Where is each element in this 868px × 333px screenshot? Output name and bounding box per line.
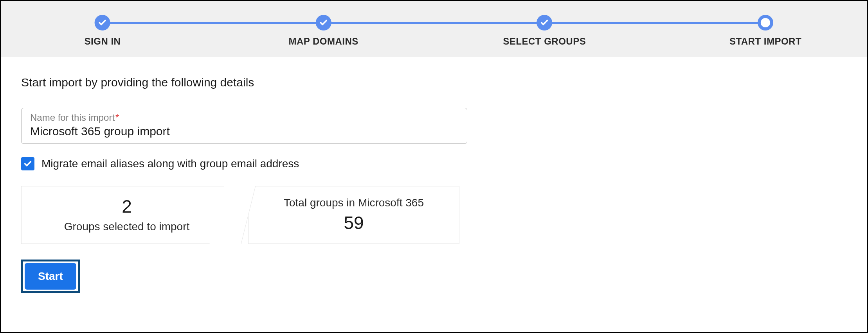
check-icon xyxy=(537,15,552,30)
stat-selected-label: Groups selected to import xyxy=(25,220,228,234)
step-label: SELECT GROUPS xyxy=(503,36,586,47)
stepper-line xyxy=(103,22,765,24)
stat-total-groups: Total groups in Microsoft 365 59 xyxy=(248,186,459,244)
import-wizard-window: SIGN IN MAP DOMAINS SELECT GROUPS START … xyxy=(0,0,868,333)
step-label: SIGN IN xyxy=(85,36,121,47)
step-start-import[interactable]: START IMPORT xyxy=(729,15,801,47)
step-sign-in[interactable]: SIGN IN xyxy=(85,15,121,47)
import-name-field-wrap[interactable]: Name for this import* xyxy=(21,108,467,144)
step-label: START IMPORT xyxy=(729,36,801,47)
step-label: MAP DOMAINS xyxy=(288,36,358,47)
migrate-aliases-row: Migrate email aliases along with group e… xyxy=(21,157,847,170)
start-button-highlight: Start xyxy=(21,260,80,293)
current-step-icon xyxy=(758,15,773,30)
stat-selected-groups: 2 Groups selected to import xyxy=(21,186,232,244)
import-name-label: Name for this import* xyxy=(30,112,458,123)
migrate-aliases-label: Migrate email aliases along with group e… xyxy=(41,158,299,170)
check-icon xyxy=(23,159,32,168)
stepper-bar: SIGN IN MAP DOMAINS SELECT GROUPS START … xyxy=(1,1,867,57)
step-map-domains[interactable]: MAP DOMAINS xyxy=(288,15,358,47)
check-icon xyxy=(316,15,331,30)
stat-total-label: Total groups in Microsoft 365 xyxy=(252,196,455,210)
start-button[interactable]: Start xyxy=(25,263,76,290)
label-text: Name for this import xyxy=(30,112,115,123)
required-asterisk: * xyxy=(115,112,119,123)
stats-row: 2 Groups selected to import Total groups… xyxy=(21,186,847,244)
instruction-text: Start import by providing the following … xyxy=(21,76,847,89)
stepper: SIGN IN MAP DOMAINS SELECT GROUPS START … xyxy=(103,15,765,46)
stat-total-value: 59 xyxy=(252,212,455,234)
migrate-aliases-checkbox[interactable] xyxy=(21,157,34,170)
stat-selected-value: 2 xyxy=(25,196,228,217)
step-select-groups[interactable]: SELECT GROUPS xyxy=(503,15,586,47)
import-name-input[interactable] xyxy=(30,125,458,138)
check-icon xyxy=(95,15,110,30)
content-area: Start import by providing the following … xyxy=(1,57,867,312)
